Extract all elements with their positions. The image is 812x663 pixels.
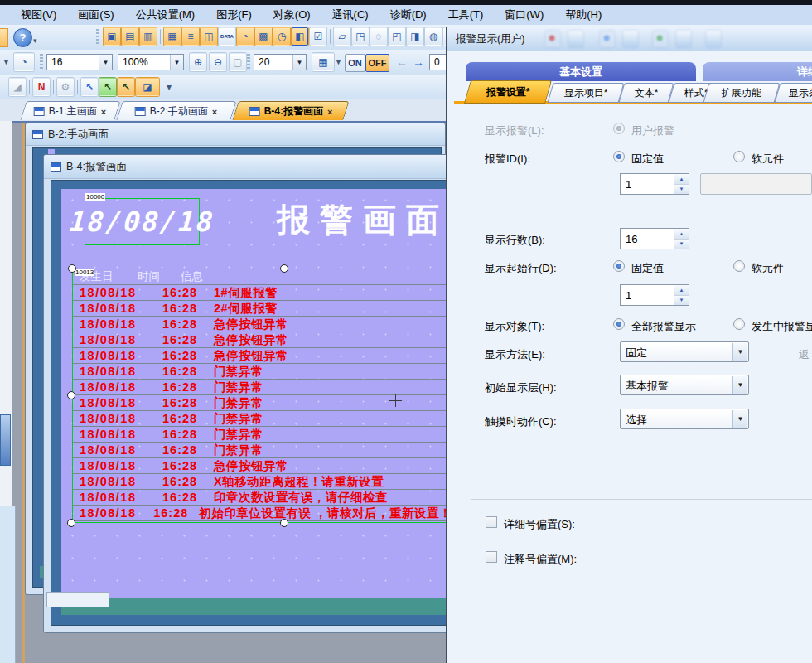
more-chevron-icon[interactable]: ▾ bbox=[161, 78, 177, 96]
screen-back-icon[interactable]: ◧ bbox=[292, 27, 308, 46]
dialog-title-bar[interactable]: 报警显示(用户) bbox=[447, 27, 812, 51]
paste-screen-icon[interactable]: ▤ bbox=[122, 27, 138, 46]
alarm-id-device-field[interactable] bbox=[700, 173, 812, 195]
display-rows-spinner[interactable]: 16 ▲▼ bbox=[620, 228, 689, 249]
menu-item[interactable]: 公共设置(M) bbox=[125, 6, 206, 24]
screen-title-text[interactable]: 报警画面 bbox=[277, 197, 449, 243]
alarm-id-spinner[interactable]: 1 ▲▼ bbox=[620, 173, 689, 195]
tab-text[interactable]: 文本* bbox=[619, 83, 674, 103]
dropdown-caret-icon[interactable]: ▼ bbox=[2, 58, 10, 66]
touch-action-dropdown[interactable]: 选择▼ bbox=[620, 409, 749, 429]
alarm-screen-canvas[interactable]: 10000 18/08/18 报警画面 10013 发生日 时间 信息 18/0… bbox=[61, 189, 447, 598]
screen-preview-icon[interactable]: ◪ bbox=[136, 78, 159, 96]
display-method-dropdown[interactable]: 固定▼ bbox=[620, 341, 749, 362]
target-active-radio[interactable] bbox=[733, 318, 745, 330]
tab-extended-function[interactable]: 扩展功能 bbox=[703, 83, 781, 103]
window-call-icon[interactable]: ◳ bbox=[352, 27, 369, 46]
dashed-frame-icon[interactable]: ◌ bbox=[370, 27, 387, 46]
forward-arrow-icon[interactable]: → bbox=[413, 56, 424, 69]
capture-icon[interactable]: ◰ bbox=[389, 27, 405, 46]
screen-preview-search-icon[interactable]: ◔ bbox=[14, 53, 34, 71]
selection-handle[interactable] bbox=[280, 519, 288, 527]
selection-handle[interactable] bbox=[67, 391, 75, 399]
start-row-fixed-radio[interactable] bbox=[613, 260, 625, 272]
back-arrow-icon[interactable]: ← bbox=[396, 56, 408, 69]
settings-wrench-icon[interactable]: ⚙ bbox=[57, 78, 74, 96]
help-icon[interactable]: ? bbox=[13, 28, 32, 47]
left-panel-thumb[interactable] bbox=[0, 414, 11, 466]
b2-title-bar[interactable]: B-2:手动画面 bbox=[26, 123, 445, 146]
screen-property-icon[interactable]: ▥ bbox=[140, 27, 157, 46]
toolbar-separator[interactable] bbox=[29, 80, 30, 94]
data-history-icon[interactable]: ◷ bbox=[273, 27, 290, 46]
fit-screen-icon[interactable]: ▢ bbox=[230, 53, 246, 71]
zoom-in-icon[interactable]: ⊕ bbox=[190, 53, 206, 71]
detail-offset-checkbox[interactable] bbox=[486, 516, 497, 528]
zoom-out-icon[interactable]: ⊖ bbox=[210, 53, 226, 71]
comment-offset-checkbox[interactable] bbox=[486, 551, 497, 563]
toolbar-grip[interactable] bbox=[247, 54, 250, 70]
menu-item[interactable]: 通讯(C) bbox=[321, 6, 379, 24]
shape-tool-icon[interactable]: ◢ bbox=[9, 78, 26, 96]
web-upload-icon[interactable]: ◍ bbox=[425, 27, 442, 46]
onscreen-keyboard-icon[interactable]: ▦ bbox=[312, 53, 334, 71]
comment-list-icon[interactable]: ≡ bbox=[182, 27, 199, 46]
menu-item[interactable]: 对象(O) bbox=[263, 6, 321, 24]
selection-handle[interactable] bbox=[280, 264, 288, 273]
tab-display-items[interactable]: 显示项目* bbox=[548, 83, 625, 103]
spinner-buttons[interactable]: ▲▼ bbox=[674, 285, 689, 305]
tab-b4-alarm-screen[interactable]: B-4:报警画面 × bbox=[232, 101, 349, 120]
device-on-button[interactable]: ON bbox=[345, 54, 365, 72]
select-figure-icon[interactable]: ↖ bbox=[118, 78, 134, 96]
close-tab-icon[interactable]: × bbox=[212, 106, 217, 116]
menu-item[interactable]: 工具(T) bbox=[437, 6, 495, 24]
select-object-icon[interactable]: ↖ bbox=[99, 78, 116, 96]
tab-b1-main-screen[interactable]: B-1:主画面 × bbox=[20, 101, 120, 120]
alarm-id-device-radio[interactable] bbox=[733, 151, 745, 162]
user-alarm-radio[interactable] bbox=[613, 123, 625, 134]
b4-title-bar[interactable]: B-4:报警画面 bbox=[44, 155, 450, 179]
toolbar-separator[interactable] bbox=[53, 80, 54, 94]
spinner-buttons[interactable]: ▲▼ bbox=[674, 174, 689, 194]
toolbar-separator[interactable] bbox=[160, 29, 161, 44]
tab-display-condition[interactable]: 显示条件 bbox=[775, 83, 812, 103]
device-off-button[interactable]: OFF bbox=[365, 54, 389, 72]
data-table-icon[interactable]: ▩ bbox=[255, 27, 272, 46]
toolbar-grip[interactable] bbox=[96, 29, 99, 46]
tab-alarm-settings[interactable]: 报警设置* bbox=[464, 80, 552, 104]
zoom-combo[interactable]: 100%▼ bbox=[118, 54, 184, 70]
toolbar-grip[interactable] bbox=[40, 54, 43, 70]
data-search-icon[interactable]: ◔ bbox=[237, 27, 254, 46]
select-arrow-icon[interactable]: ↖ bbox=[81, 78, 98, 96]
alarm-id-fixed-radio[interactable] bbox=[613, 151, 625, 162]
start-row-device-radio[interactable] bbox=[733, 260, 745, 272]
window-overlap-icon[interactable]: ▱ bbox=[334, 27, 350, 46]
verify-doc-icon[interactable]: ☑ bbox=[310, 27, 326, 46]
menu-item[interactable]: 视图(V) bbox=[10, 6, 67, 24]
menu-item[interactable]: 窗口(W) bbox=[494, 6, 554, 24]
selection-handle[interactable] bbox=[67, 519, 75, 527]
vertex-edit-icon[interactable]: N bbox=[33, 78, 50, 96]
menu-item[interactable]: 诊断(D) bbox=[379, 6, 437, 24]
data-grid-icon[interactable]: DATA bbox=[219, 27, 235, 46]
menu-item[interactable]: 画面(S) bbox=[67, 6, 124, 24]
tab-b2-manual-screen[interactable]: B-2:手动画面 × bbox=[116, 101, 236, 120]
close-tab-icon[interactable]: × bbox=[101, 106, 106, 116]
spinner-buttons[interactable]: ▲▼ bbox=[674, 229, 689, 249]
screen-number-combo[interactable]: 20▼ bbox=[254, 54, 307, 70]
menu-item[interactable]: 图形(F) bbox=[205, 6, 263, 24]
date-display-object[interactable]: 10000 18/08/18 bbox=[85, 198, 200, 245]
dropdown-caret-icon[interactable]: ▼ bbox=[335, 58, 342, 66]
floppy-stack-icon[interactable]: ◨ bbox=[407, 27, 423, 46]
initial-layer-dropdown[interactable]: 基本报警▼ bbox=[620, 375, 749, 395]
selection-handle[interactable] bbox=[68, 264, 76, 273]
font-size-combo[interactable]: 16▼ bbox=[46, 54, 113, 70]
parts-library-icon[interactable]: ◫ bbox=[201, 27, 217, 46]
close-tab-icon[interactable]: × bbox=[327, 106, 332, 116]
menu-item[interactable]: 帮助(H) bbox=[554, 6, 612, 24]
toolbar-separator[interactable] bbox=[77, 80, 78, 94]
toolbar-separator[interactable] bbox=[330, 29, 331, 44]
toolbar-overflow-icon[interactable]: ▾ bbox=[33, 36, 37, 45]
screen-info-icon[interactable]: ▦ bbox=[164, 27, 181, 46]
target-all-radio[interactable] bbox=[613, 318, 625, 330]
